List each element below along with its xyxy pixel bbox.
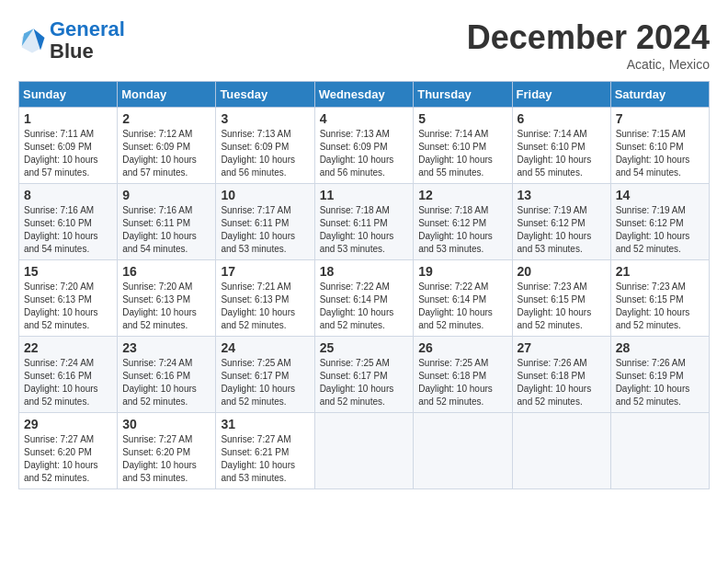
column-header-wednesday: Wednesday <box>314 82 414 108</box>
day-number: 24 <box>221 340 309 355</box>
day-number: 15 <box>24 264 112 279</box>
day-info: Sunrise: 7:23 AM Sunset: 6:15 PM Dayligh… <box>616 281 704 332</box>
calendar-week-row: 15Sunrise: 7:20 AM Sunset: 6:13 PM Dayli… <box>19 260 710 337</box>
calendar-cell: 21Sunrise: 7:23 AM Sunset: 6:15 PM Dayli… <box>610 260 709 337</box>
calendar-cell: 9Sunrise: 7:16 AM Sunset: 6:11 PM Daylig… <box>118 184 216 260</box>
column-header-tuesday: Tuesday <box>216 82 314 108</box>
day-number: 8 <box>24 188 112 202</box>
calendar-cell: 29Sunrise: 7:27 AM Sunset: 6:20 PM Dayli… <box>19 413 118 489</box>
calendar-week-row: 29Sunrise: 7:27 AM Sunset: 6:20 PM Dayli… <box>19 413 710 489</box>
calendar-cell: 31Sunrise: 7:27 AM Sunset: 6:21 PM Dayli… <box>216 413 314 489</box>
calendar-cell: 26Sunrise: 7:25 AM Sunset: 6:18 PM Dayli… <box>414 337 512 413</box>
day-info: Sunrise: 7:15 AM Sunset: 6:10 PM Dayligh… <box>616 128 704 179</box>
day-info: Sunrise: 7:27 AM Sunset: 6:21 PM Dayligh… <box>221 433 309 485</box>
day-info: Sunrise: 7:24 AM Sunset: 6:16 PM Dayligh… <box>24 357 112 408</box>
day-info: Sunrise: 7:26 AM Sunset: 6:19 PM Dayligh… <box>616 357 704 408</box>
day-info: Sunrise: 7:20 AM Sunset: 6:13 PM Dayligh… <box>24 281 112 332</box>
day-info: Sunrise: 7:22 AM Sunset: 6:14 PM Dayligh… <box>418 281 506 332</box>
day-info: Sunrise: 7:12 AM Sunset: 6:09 PM Dayligh… <box>122 128 210 179</box>
calendar-cell: 11Sunrise: 7:18 AM Sunset: 6:11 PM Dayli… <box>314 184 414 260</box>
day-info: Sunrise: 7:11 AM Sunset: 6:09 PM Dayligh… <box>24 128 112 179</box>
day-number: 19 <box>418 264 506 279</box>
column-header-thursday: Thursday <box>414 82 512 108</box>
day-info: Sunrise: 7:25 AM Sunset: 6:18 PM Dayligh… <box>418 357 506 408</box>
day-info: Sunrise: 7:23 AM Sunset: 6:15 PM Dayligh… <box>518 281 606 332</box>
calendar-table: SundayMondayTuesdayWednesdayThursdayFrid… <box>18 81 710 489</box>
day-info: Sunrise: 7:18 AM Sunset: 6:12 PM Dayligh… <box>418 204 506 256</box>
day-number: 10 <box>221 188 309 202</box>
day-info: Sunrise: 7:14 AM Sunset: 6:10 PM Dayligh… <box>518 128 606 179</box>
calendar-cell: 4Sunrise: 7:13 AM Sunset: 6:09 PM Daylig… <box>314 108 414 184</box>
day-info: Sunrise: 7:13 AM Sunset: 6:09 PM Dayligh… <box>221 128 309 179</box>
day-info: Sunrise: 7:13 AM Sunset: 6:09 PM Dayligh… <box>320 128 409 179</box>
calendar-cell: 2Sunrise: 7:12 AM Sunset: 6:09 PM Daylig… <box>118 108 216 184</box>
calendar-cell <box>512 413 610 489</box>
day-info: Sunrise: 7:20 AM Sunset: 6:13 PM Dayligh… <box>122 281 210 332</box>
day-info: Sunrise: 7:16 AM Sunset: 6:10 PM Dayligh… <box>24 204 112 256</box>
calendar-cell: 19Sunrise: 7:22 AM Sunset: 6:14 PM Dayli… <box>414 260 512 337</box>
day-number: 3 <box>221 111 309 126</box>
calendar-cell: 7Sunrise: 7:15 AM Sunset: 6:10 PM Daylig… <box>610 108 709 184</box>
day-number: 23 <box>122 340 210 355</box>
logo: General Blue <box>18 18 125 63</box>
calendar-cell: 16Sunrise: 7:20 AM Sunset: 6:13 PM Dayli… <box>118 260 216 337</box>
day-number: 27 <box>518 340 606 355</box>
day-number: 18 <box>320 264 409 279</box>
day-info: Sunrise: 7:22 AM Sunset: 6:14 PM Dayligh… <box>320 281 409 332</box>
location: Acatic, Mexico <box>467 57 710 72</box>
day-number: 21 <box>616 264 704 279</box>
calendar-week-row: 22Sunrise: 7:24 AM Sunset: 6:16 PM Dayli… <box>19 337 710 413</box>
day-info: Sunrise: 7:27 AM Sunset: 6:20 PM Dayligh… <box>122 433 210 485</box>
calendar-cell: 17Sunrise: 7:21 AM Sunset: 6:13 PM Dayli… <box>216 260 314 337</box>
day-number: 22 <box>24 340 112 355</box>
calendar-cell: 18Sunrise: 7:22 AM Sunset: 6:14 PM Dayli… <box>314 260 414 337</box>
logo-text: General Blue <box>50 18 125 63</box>
day-number: 14 <box>616 188 704 202</box>
day-info: Sunrise: 7:19 AM Sunset: 6:12 PM Dayligh… <box>616 204 704 256</box>
day-number: 12 <box>418 188 506 202</box>
day-info: Sunrise: 7:19 AM Sunset: 6:12 PM Dayligh… <box>518 204 606 256</box>
calendar-cell: 30Sunrise: 7:27 AM Sunset: 6:20 PM Dayli… <box>118 413 216 489</box>
calendar-cell: 20Sunrise: 7:23 AM Sunset: 6:15 PM Dayli… <box>512 260 610 337</box>
day-info: Sunrise: 7:24 AM Sunset: 6:16 PM Dayligh… <box>122 357 210 408</box>
calendar-cell: 24Sunrise: 7:25 AM Sunset: 6:17 PM Dayli… <box>216 337 314 413</box>
day-number: 28 <box>616 340 704 355</box>
title-block: December 2024 Acatic, Mexico <box>467 18 710 72</box>
calendar-cell: 27Sunrise: 7:26 AM Sunset: 6:18 PM Dayli… <box>512 337 610 413</box>
logo-icon <box>18 27 46 54</box>
day-info: Sunrise: 7:16 AM Sunset: 6:11 PM Dayligh… <box>122 204 210 256</box>
day-info: Sunrise: 7:21 AM Sunset: 6:13 PM Dayligh… <box>221 281 309 332</box>
day-info: Sunrise: 7:25 AM Sunset: 6:17 PM Dayligh… <box>221 357 309 408</box>
column-header-saturday: Saturday <box>610 82 709 108</box>
page-header: General Blue December 2024 Acatic, Mexic… <box>18 18 710 72</box>
calendar-cell: 5Sunrise: 7:14 AM Sunset: 6:10 PM Daylig… <box>414 108 512 184</box>
day-number: 17 <box>221 264 309 279</box>
calendar-cell: 23Sunrise: 7:24 AM Sunset: 6:16 PM Dayli… <box>118 337 216 413</box>
day-number: 6 <box>518 111 606 126</box>
calendar-cell: 15Sunrise: 7:20 AM Sunset: 6:13 PM Dayli… <box>19 260 118 337</box>
column-header-friday: Friday <box>512 82 610 108</box>
calendar-cell: 1Sunrise: 7:11 AM Sunset: 6:09 PM Daylig… <box>19 108 118 184</box>
day-number: 29 <box>24 417 112 431</box>
day-info: Sunrise: 7:27 AM Sunset: 6:20 PM Dayligh… <box>24 433 112 485</box>
calendar-cell <box>610 413 709 489</box>
day-number: 11 <box>320 188 409 202</box>
calendar-week-row: 8Sunrise: 7:16 AM Sunset: 6:10 PM Daylig… <box>19 184 710 260</box>
day-info: Sunrise: 7:14 AM Sunset: 6:10 PM Dayligh… <box>418 128 506 179</box>
calendar-cell: 22Sunrise: 7:24 AM Sunset: 6:16 PM Dayli… <box>19 337 118 413</box>
day-info: Sunrise: 7:17 AM Sunset: 6:11 PM Dayligh… <box>221 204 309 256</box>
calendar-cell: 14Sunrise: 7:19 AM Sunset: 6:12 PM Dayli… <box>610 184 709 260</box>
day-number: 5 <box>418 111 506 126</box>
day-info: Sunrise: 7:25 AM Sunset: 6:17 PM Dayligh… <box>320 357 409 408</box>
day-number: 2 <box>122 111 210 126</box>
calendar-cell: 12Sunrise: 7:18 AM Sunset: 6:12 PM Dayli… <box>414 184 512 260</box>
calendar-cell: 6Sunrise: 7:14 AM Sunset: 6:10 PM Daylig… <box>512 108 610 184</box>
day-number: 7 <box>616 111 704 126</box>
day-number: 26 <box>418 340 506 355</box>
day-number: 9 <box>122 188 210 202</box>
day-number: 30 <box>122 417 210 431</box>
day-number: 13 <box>518 188 606 202</box>
day-info: Sunrise: 7:26 AM Sunset: 6:18 PM Dayligh… <box>518 357 606 408</box>
column-header-monday: Monday <box>118 82 216 108</box>
day-info: Sunrise: 7:18 AM Sunset: 6:11 PM Dayligh… <box>320 204 409 256</box>
